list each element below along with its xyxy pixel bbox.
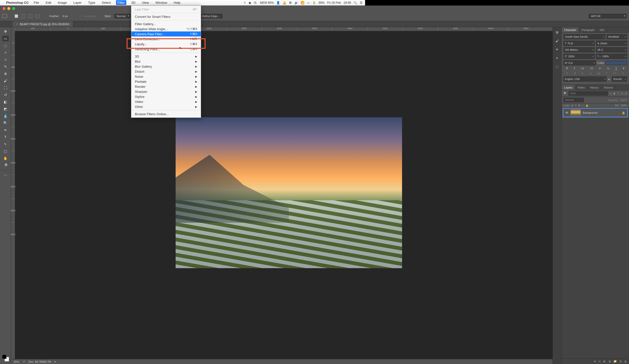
menu-filter-gallery[interactable]: Filter Gallery... (131, 21, 201, 26)
menu-browse-online[interactable]: Browse Filters Online... (131, 111, 201, 116)
battery-icon[interactable]: 🔋 (312, 1, 316, 5)
mac-menubar: Photoshop CC File Edit Image Layer Type … (0, 0, 365, 6)
eyedropper-tool[interactable]: ✎ (2, 64, 9, 69)
type-tool[interactable]: T (2, 134, 9, 140)
date: Fri 26 Feb (327, 1, 341, 5)
gradient-tool[interactable]: ◩ (2, 106, 9, 112)
path-selection-tool[interactable]: ↖ (2, 141, 9, 147)
menu-edit[interactable]: Edit (44, 0, 53, 5)
menu-layer[interactable]: Layer (72, 0, 83, 5)
cc-icon[interactable]: ◉ (249, 1, 251, 5)
feather-label: Feather: (49, 15, 60, 18)
marquee-tool-icon[interactable] (3, 14, 7, 18)
menu-icon[interactable]: ☰ (360, 1, 363, 5)
eraser-tool[interactable]: ◧ (2, 99, 9, 105)
menu-image[interactable]: Image (56, 0, 68, 5)
bell-icon[interactable]: 🔔 (283, 1, 286, 5)
pen-tool[interactable]: ✒ (2, 127, 9, 133)
refine-edge-button[interactable]: Refine Edge... (199, 14, 222, 18)
menu-convert-smart[interactable]: Convert for Smart Filters (131, 14, 201, 19)
selection-intersect-icon[interactable] (36, 14, 39, 18)
menu-camera-raw[interactable]: Camera Raw Filter...⇧⌘A (131, 31, 201, 36)
zoom-tool[interactable]: 🔎 (2, 163, 9, 168)
menu-file[interactable]: File (32, 0, 41, 5)
menu-sub-pixelate[interactable]: Pixelate▶ (131, 79, 201, 84)
document-tab-label: BEART PRESETS.jpg @ 25% (RGB/8#) (20, 23, 69, 26)
menu-sub-distort[interactable]: Distort▶ (131, 69, 201, 74)
hand-tool[interactable]: ✋ (2, 155, 9, 161)
wifi-icon[interactable]: 📶 (301, 1, 304, 5)
edit-toolbar[interactable]: ⋯ (2, 172, 9, 178)
user-icon[interactable]: 👤 (276, 1, 280, 5)
magic-wand-tool[interactable]: ✧ (2, 50, 9, 55)
volume-icon[interactable]: 🔊 (294, 1, 298, 5)
stamp-tool[interactable]: ⛶ (2, 85, 9, 91)
history-brush-tool[interactable]: ↺ (2, 92, 9, 98)
dodge-tool[interactable]: 🔍 (2, 120, 9, 126)
spotlight-icon[interactable]: 🔍 (353, 1, 357, 5)
rectangle-tool[interactable]: ▢ (2, 148, 9, 154)
menu-filter[interactable]: Filter (116, 0, 126, 5)
menu-adaptive-wide[interactable]: Adaptive Wide Angle...⌥⇧⌘A (131, 26, 201, 31)
filter-dropdown: Last Filter⌘F Convert for Smart Filters … (131, 6, 201, 118)
menu-vanishing-point[interactable]: Vanishing Point...⌥⌘V (131, 47, 201, 52)
menu-window[interactable]: Window (154, 0, 169, 5)
time: 19:09 (343, 1, 351, 5)
document-tab[interactable]: × BEART PRESETS.jpg @ 25% (RGB/8#) (13, 21, 73, 27)
menu-sub-stylize[interactable]: Stylize▶ (131, 94, 201, 99)
menu-sub-render[interactable]: Render▶ (131, 84, 201, 89)
healing-brush-tool[interactable]: ⊕ (2, 71, 9, 76)
move-tool[interactable]: ✥ (2, 29, 9, 34)
style-dropdown[interactable]: Normal (114, 14, 130, 18)
menu-type[interactable]: Type (87, 0, 97, 5)
menu-lens-correction[interactable]: Lens Correction...⇧⌘R (131, 36, 201, 42)
document-image (176, 117, 365, 212)
menu-view[interactable]: View (140, 0, 150, 5)
minimize-button[interactable] (7, 7, 10, 10)
menu-sub-noise[interactable]: Noise▶ (131, 74, 201, 79)
menu-liquify[interactable]: Liquify...⇧⌘X (131, 42, 201, 47)
menu-sub-other[interactable]: Other▶ (131, 104, 201, 109)
menu-last-filter: Last Filter⌘F (131, 7, 201, 12)
menu-sub-video[interactable]: Video▶ (131, 99, 201, 104)
evernote-icon[interactable]: 🐘 (254, 1, 257, 5)
feather-value[interactable]: 0 px (63, 15, 68, 18)
menu-sub-sharpen[interactable]: Sharpen▶ (131, 89, 201, 94)
menu-3d[interactable]: 3D (130, 0, 137, 5)
ruler-vertical: 05001000150020002500300035004000 (11, 31, 15, 211)
selection-subtract-icon[interactable] (29, 14, 32, 18)
menu-help[interactable]: Help (172, 0, 182, 5)
crop-tool[interactable]: ⌗ (2, 57, 9, 62)
menu-sub-blur[interactable]: Blur▶ (131, 59, 201, 64)
close-tab-icon[interactable]: × (16, 22, 18, 26)
close-button[interactable] (3, 7, 6, 10)
style-label: Style: (104, 15, 111, 18)
lasso-tool[interactable]: ◌ (2, 43, 9, 48)
zoom-button[interactable] (12, 7, 15, 10)
antialias-label: Anti-alias (85, 15, 96, 18)
dropbox-icon[interactable]: ⇪ (244, 1, 246, 5)
marquee-tool[interactable]: ▭ (2, 36, 9, 41)
menu-select[interactable]: Select (100, 0, 112, 5)
app-name[interactable]: Photoshop CC (6, 1, 29, 5)
bluetooth-icon[interactable]: ⌘ (289, 1, 292, 5)
mem-indicator: MEM 90% (260, 1, 274, 5)
selection-new-icon[interactable] (15, 14, 18, 18)
battery-pct: 89% (319, 1, 325, 5)
selection-add-icon[interactable] (22, 14, 25, 18)
brush-tool[interactable]: 🖌 (2, 78, 9, 84)
blur-tool[interactable]: 💧 (2, 113, 9, 119)
display-icon[interactable]: ▭ (307, 1, 310, 5)
window-controls (3, 7, 15, 10)
tools-panel: ✥ ▭ ◌ ✧ ⌗ ✎ ⊕ 🖌 ⛶ ↺ ◧ ◩ 💧 🔍 ✒ T ↖ ▢ ✋ 🔎 … (0, 27, 11, 211)
menu-sub-blur-gallery[interactable]: Blur Gallery▶ (131, 64, 201, 69)
menu-sub-3d[interactable]: 3D▶ (131, 54, 201, 59)
